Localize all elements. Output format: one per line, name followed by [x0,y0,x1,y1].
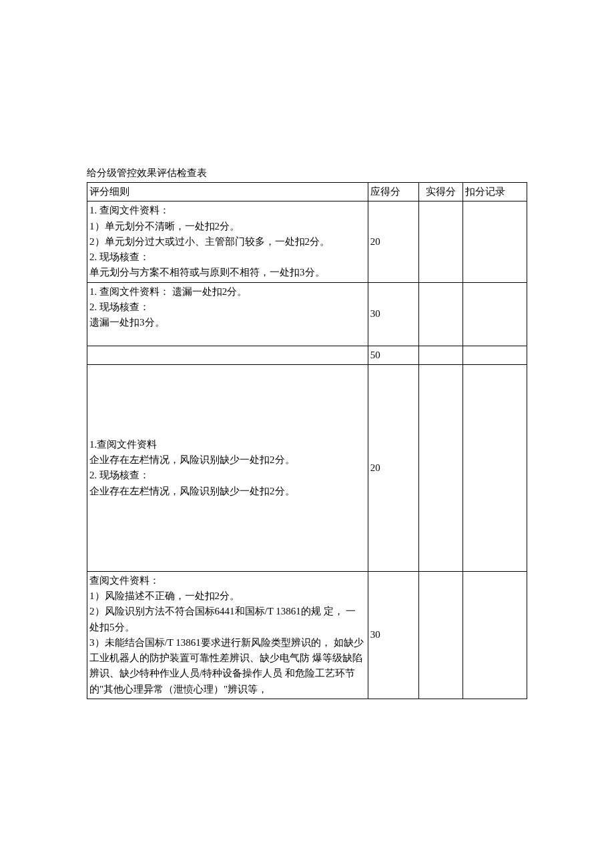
cell-due-score: 30 [368,282,418,346]
header-criteria: 评分细则 [87,183,368,201]
evaluation-table: 评分细则 应得分 实得分 扣分记录 1. 查阅文件资料：1）单元划分不清晰，一处… [87,182,527,699]
cell-actual-score [418,346,463,364]
cell-deduction-record [463,282,527,346]
table-row: 查阅文件资料：1）风险描述不正确，一处扣2分。2）风险识别方法不符合国标6441… [87,571,527,699]
cell-deduction-record [463,571,527,699]
table-row: 1. 查阅文件资料：1）单元划分不清晰，一处扣2分。2）单元划分过大或过小、主管… [87,201,527,282]
cell-due-score: 50 [368,346,418,364]
cell-actual-score [418,571,463,699]
table-header-row: 评分细则 应得分 实得分 扣分记录 [87,183,527,201]
table-row: 50 [87,346,527,364]
cell-deduction-record [463,201,527,282]
table-row: 1.查阅文件资料企业存在左栏情况，风险识别缺少一处扣2分。2. 现场核查：企业存… [87,364,527,571]
cell-criteria: 1. 查阅文件资料： 遗漏一处扣2分。2. 现场核查：遗漏一处扣3分。 [87,282,368,346]
cell-due-score: 20 [368,364,418,571]
document-title: 给分级管控效果评估检查表 [87,167,527,179]
header-actual-score: 实得分 [418,183,463,201]
cell-criteria: 1. 查阅文件资料：1）单元划分不清晰，一处扣2分。2）单元划分过大或过小、主管… [87,201,368,282]
cell-criteria: 查阅文件资料：1）风险描述不正确，一处扣2分。2）风险识别方法不符合国标6441… [87,571,368,699]
header-due-score: 应得分 [368,183,418,201]
cell-criteria: 1.查阅文件资料企业存在左栏情况，风险识别缺少一处扣2分。2. 现场核查：企业存… [87,364,368,571]
cell-deduction-record [463,346,527,364]
table-row: 1. 查阅文件资料： 遗漏一处扣2分。2. 现场核查：遗漏一处扣3分。 30 [87,282,527,346]
cell-actual-score [418,201,463,282]
header-deduction-record: 扣分记录 [463,183,527,201]
cell-due-score: 30 [368,571,418,699]
cell-actual-score [418,364,463,571]
cell-deduction-record [463,364,527,571]
cell-due-score: 20 [368,201,418,282]
cell-actual-score [418,282,463,346]
cell-criteria [87,346,368,364]
